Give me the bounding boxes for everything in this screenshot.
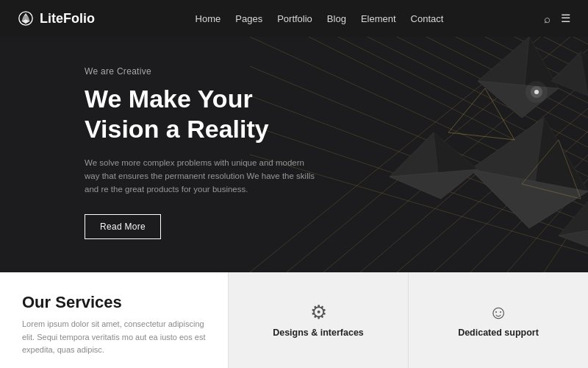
hero-description: We solve more complex problems with uniq… xyxy=(85,156,320,197)
nav-icons: ⌕ ☰ xyxy=(544,12,570,25)
service-card-support[interactable]: ☺ Dedicated support xyxy=(408,272,588,368)
hero-section: We are Creative We Make Your Vision a Re… xyxy=(0,0,588,272)
svg-point-46 xyxy=(526,81,548,103)
service-support-label: Dedicated support xyxy=(458,328,539,338)
nav-item-pages[interactable]: Pages xyxy=(235,12,262,25)
hero-title: We Make Your Vision a Reality xyxy=(85,84,320,144)
hero-subtitle: We are Creative xyxy=(85,66,320,77)
services-description: Lorem ipsum dolor sit amet, consectetur … xyxy=(22,318,206,357)
logo-text: LiteFolio xyxy=(40,11,95,26)
nav-item-element[interactable]: Element xyxy=(361,12,396,25)
services-text-block: Our Services Lorem ipsum dolor sit amet,… xyxy=(0,272,228,368)
logo-icon xyxy=(18,10,34,26)
logo[interactable]: LiteFolio xyxy=(18,10,95,26)
gear-icon: ⚙ xyxy=(310,302,327,322)
nav-links: Home Pages Portfolio Blog Element Contac… xyxy=(196,12,444,25)
hero-content: We are Creative We Make Your Vision a Re… xyxy=(85,66,320,239)
hero-cta-button[interactable]: Read More xyxy=(85,214,161,239)
nav-item-portfolio[interactable]: Portfolio xyxy=(277,12,312,25)
services-title: Our Services xyxy=(22,293,206,312)
service-designs-label: Designs & interfaces xyxy=(273,328,364,338)
services-section: Our Services Lorem ipsum dolor sit amet,… xyxy=(0,272,588,368)
smile-icon: ☺ xyxy=(489,302,509,322)
search-icon[interactable]: ⌕ xyxy=(544,13,551,25)
nav-item-contact[interactable]: Contact xyxy=(411,12,444,25)
menu-icon[interactable]: ☰ xyxy=(561,12,570,25)
navbar: LiteFolio Home Pages Portfolio Blog Elem… xyxy=(0,0,588,37)
nav-item-blog[interactable]: Blog xyxy=(327,12,346,25)
service-card-designs[interactable]: ⚙ Designs & interfaces xyxy=(228,272,408,368)
nav-item-home[interactable]: Home xyxy=(196,12,221,25)
